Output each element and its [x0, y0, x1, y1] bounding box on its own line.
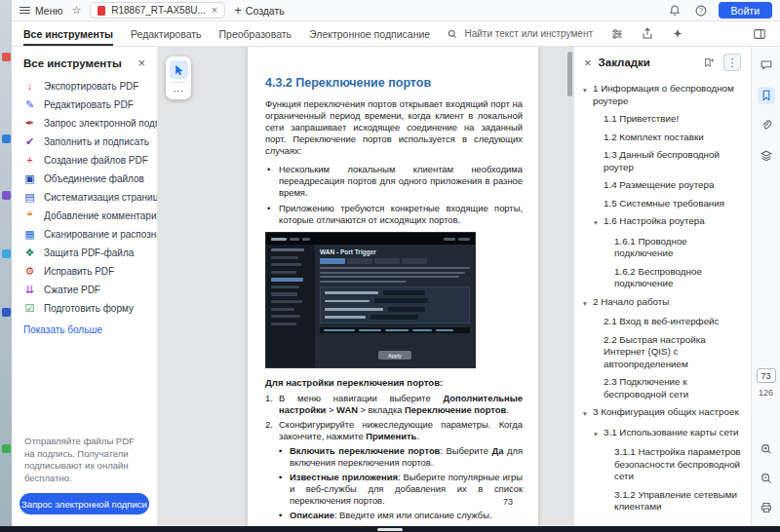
content-row: Все инструменты × ↓Экспортировать PDF✎Ре… — [12, 47, 780, 526]
comments-icon[interactable] — [758, 57, 775, 74]
layers-icon[interactable] — [758, 147, 775, 165]
tool-item[interactable]: ✎Редактировать PDF — [12, 95, 157, 114]
desktop-icon[interactable] — [2, 308, 11, 317]
tool-item[interactable]: ▤Систематизация страниц — [12, 188, 157, 207]
chevron-down-icon[interactable]: ▾ — [580, 296, 590, 311]
document-scrollbar[interactable] — [567, 49, 572, 524]
tool-label: Создание файлов PDF — [44, 155, 148, 166]
svg-text:?: ? — [699, 7, 703, 14]
toolbar-tab[interactable]: Все инструменты — [23, 21, 113, 46]
bookmark-item[interactable]: ▾1.6 Настройка роутера — [578, 212, 745, 233]
bookmark-item[interactable]: 2.1 Вход в веб-интерфейс — [578, 313, 745, 331]
bookmark-label: 1.5 Системные требования — [604, 198, 745, 210]
new-tab-create-button[interactable]: + Создать — [234, 4, 285, 17]
bookmark-item[interactable]: ▾3 Конфигурация общих настроек — [578, 403, 745, 424]
toolbar-tab[interactable]: Редактировать — [131, 21, 202, 46]
bookmark-item[interactable]: 2.3 Подключение к беспроводной сети — [578, 373, 745, 403]
bookmark-item[interactable]: 1.3 Данный беспроводной роутер — [578, 146, 745, 176]
page-number: 73 — [503, 497, 513, 507]
bookmark-item[interactable]: 3.1.2 Управление сетевыми клиентами — [578, 486, 745, 516]
close-tools-panel-icon[interactable]: × — [137, 57, 145, 69]
document-tab[interactable]: R18867_RT-AX58U... × — [90, 2, 225, 19]
bookmark-item[interactable]: 1.4 Размещение роутера — [578, 176, 745, 195]
tool-item[interactable]: ✒Запрос электронной подпи... — [12, 114, 157, 133]
taskbar[interactable] — [0, 526, 780, 532]
toolbar-tab[interactable]: Преобразовать — [219, 21, 292, 46]
search-tool[interactable]: Найти текст или инструмент — [447, 21, 593, 46]
all-tools-panel: Все инструменты × ↓Экспортировать PDF✎Ре… — [12, 47, 158, 526]
ai-assistant-icon[interactable] — [669, 25, 686, 43]
bookmark-item[interactable]: ▾3.1 Использование карты сети — [578, 424, 745, 444]
fill-and-sign-icon: ✔ — [23, 136, 36, 147]
tool-item[interactable]: ↓Экспортировать PDF — [12, 77, 157, 95]
bookmark-label: 1.6.2 Беспроводное подключение — [614, 266, 745, 290]
bookmark-item[interactable]: 2.2 Быстрая настройка Интернет (QIS) с а… — [578, 331, 745, 374]
right-panel-toggle-icon[interactable] — [751, 25, 768, 43]
tool-item[interactable]: ⚙Исправить PDF — [12, 262, 157, 281]
tool-item[interactable]: ❝Добавление комментария — [12, 207, 157, 225]
desktop-icon[interactable] — [2, 249, 11, 258]
export-pdf-icon: ↓ — [23, 81, 36, 92]
close-bookmarks-icon[interactable]: × — [584, 57, 592, 69]
acrobat-window: Меню ☆ R18867_RT-AX58U... × + Создать ? … — [12, 0, 780, 526]
tool-item[interactable]: ▦Сканирование и распознав... — [12, 225, 157, 244]
step-item: 1.В меню навигации выберите Дополнительн… — [265, 393, 523, 416]
bookmark-item[interactable]: ▾1 Информация о беспроводном роутере — [578, 80, 745, 110]
rail-bottom-icons — [752, 440, 780, 516]
bookmarks-toggle-icon[interactable] — [758, 87, 775, 104]
zoom-in-icon[interactable] — [758, 440, 775, 458]
tool-item[interactable]: ✔Заполнить и подписать — [12, 133, 157, 151]
desktop-icon[interactable] — [2, 134, 11, 143]
desktop-icon[interactable] — [2, 444, 11, 453]
chevron-down-icon[interactable]: ▾ — [591, 427, 601, 441]
bookmark-options-icon[interactable]: ⋮ — [723, 54, 741, 71]
toolbar-spacer — [430, 21, 447, 46]
tool-item[interactable]: ▣Объединение файлов — [12, 170, 157, 188]
show-more-link[interactable]: Показать больше — [12, 318, 157, 342]
tool-label: Подготовить форму — [44, 303, 134, 314]
search-placeholder: Найти текст или инструмент — [464, 28, 593, 39]
close-tab-icon[interactable]: × — [212, 5, 217, 16]
bookmark-item[interactable]: 1.5 Системные требования — [578, 195, 745, 213]
chevron-down-icon[interactable]: ▾ — [580, 83, 590, 97]
current-page-box[interactable]: 73 — [757, 368, 776, 383]
tool-item[interactable]: ☑Подготовить форму — [12, 299, 157, 318]
toolbar-tab[interactable]: Электронное подписание — [309, 21, 430, 46]
bookmark-item[interactable]: 1.2 Комплект поставки — [578, 129, 745, 147]
chevron-down-icon[interactable]: ▾ — [580, 406, 590, 421]
bookmark-item[interactable]: 1.6.2 Беспроводное подключение — [578, 263, 745, 293]
help-icon[interactable]: ? — [692, 2, 710, 19]
share-icon[interactable] — [639, 25, 656, 43]
desktop-icon[interactable] — [2, 191, 11, 200]
compress-pdf-icon: ⇊ — [23, 285, 36, 295]
attachments-icon[interactable] — [758, 117, 775, 134]
step-text: Сконфигурируйте нижеследующие параметры.… — [279, 419, 523, 442]
more-tools-icon[interactable]: ⋯ — [174, 86, 184, 95]
view-settings-icon[interactable] — [608, 25, 626, 43]
bookmark-item[interactable]: 3.1.1 Настройка параметров безопасности … — [578, 443, 745, 486]
desktop-icon[interactable] — [2, 53, 11, 61]
router-apply-button: Apply — [378, 351, 411, 360]
sign-in-button[interactable]: Войти — [719, 2, 772, 19]
bookmark-label: 1.3 Данный беспроводной роутер — [604, 149, 745, 173]
bookmark-label: 3.1.2 Управление сетевыми клиентами — [614, 489, 745, 513]
chevron-down-icon[interactable]: ▾ — [591, 215, 601, 230]
substep-item: •Описание: Введите имя или описание служ… — [279, 510, 523, 521]
zoom-out-icon[interactable] — [758, 470, 775, 487]
tools-panel-title: Все инструменты — [23, 57, 137, 69]
add-bookmark-icon[interactable] — [699, 54, 717, 71]
select-tool-button[interactable] — [170, 60, 188, 79]
bookmark-item[interactable]: ▾2 Начало работы — [578, 293, 745, 314]
print-icon[interactable] — [758, 499, 775, 516]
notifications-bell-icon[interactable] — [666, 2, 683, 19]
scrollbar-thumb[interactable] — [567, 52, 572, 96]
tool-item[interactable]: ❖Защита PDF-файла — [12, 244, 157, 262]
request-esign-button[interactable]: Запрос электронной подписи — [20, 493, 149, 514]
favorite-star-icon[interactable]: ☆ — [71, 4, 81, 17]
bookmark-item[interactable]: 1.1 Приветствие! — [578, 110, 745, 129]
tool-item[interactable]: +Создание файлов PDF — [12, 151, 157, 170]
bullet-marker: • — [279, 472, 285, 507]
tool-item[interactable]: ⇊Сжатие PDF — [12, 281, 157, 299]
bookmark-item[interactable]: 1.6.1 Проводное подключение — [578, 233, 745, 263]
menu-button[interactable]: Меню — [20, 5, 62, 17]
